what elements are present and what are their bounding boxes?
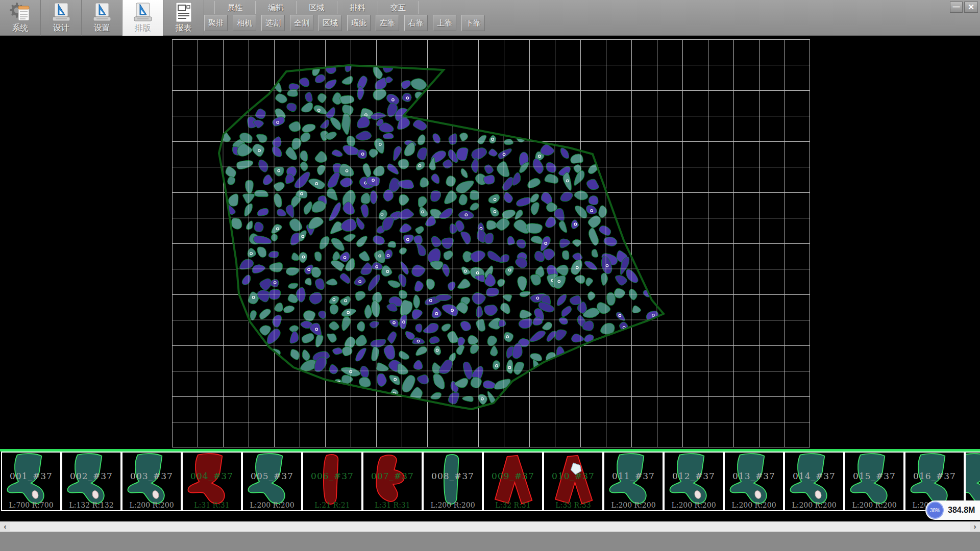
tool-button-全割[interactable]: 全割 — [290, 15, 313, 31]
tool-button-选割[interactable]: 选割 — [261, 15, 285, 31]
thumbnail-id-label: 001_#37 — [2, 471, 60, 481]
menu-bar: 属性编辑区域排料交互 — [214, 1, 419, 14]
app-tab-系统[interactable]: 系统 — [0, 0, 41, 36]
thumbnail-lr-label: L:21 R:21 — [303, 501, 361, 509]
report-doc-icon — [174, 2, 194, 23]
app-tab-label: 系统 — [12, 23, 29, 33]
thumbnail-lr-label: L:700 R:700 — [2, 501, 60, 509]
thumbnail-lr-label: L:31 R:31 — [183, 501, 241, 509]
thumbnail-lr-label: L:200 R:200 — [243, 501, 301, 509]
memory-value: 384.8M — [948, 500, 975, 520]
nesting-canvas[interactable] — [0, 36, 980, 449]
gear-notebook-icon — [9, 2, 32, 23]
thumbnail-cell-010_#37[interactable]: 010_#37L:33 R:33 — [543, 452, 603, 511]
app-tab-排版[interactable]: 排版 — [122, 0, 163, 36]
thumbnail-id-label: 008_#37 — [424, 471, 482, 481]
horizontal-scrollbar[interactable]: ‹ › — [0, 521, 980, 531]
thumbnail-lr-label: L:31 R:31 — [363, 501, 422, 509]
thumbnail-id-label: 016_#37 — [905, 471, 964, 481]
thumbnail-id-label: 014_#37 — [785, 471, 843, 481]
tool-button-右靠[interactable]: 右靠 — [404, 15, 428, 31]
thumbnail-cell-012_#37[interactable]: 012_#37L:200 R:200 — [664, 452, 724, 511]
menu-交互[interactable]: 交互 — [378, 1, 419, 14]
menu-区域[interactable]: 区域 — [296, 1, 337, 14]
thumbnail-lr-label: L:32 R:31 — [484, 501, 542, 509]
thumbnail-lr-label: L:200 R:200 — [424, 501, 482, 509]
thumbnail-strip: 001_#37L:700 R:700002_#37L:132 R:132003_… — [0, 452, 980, 511]
scroll-right-arrow[interactable]: › — [970, 522, 980, 531]
scroll-left-arrow[interactable]: ‹ — [0, 522, 10, 531]
thumbnail-lr-label: L:33 R:33 — [544, 501, 602, 509]
progress-circle: 38% — [926, 502, 944, 519]
ruler-laptop-icon — [91, 2, 113, 23]
thumbnail-id-label: 003_#37 — [122, 471, 181, 481]
thumbnail-lr-label: L:200 R:200 — [725, 501, 783, 509]
thumbnail-cell-007_#37[interactable]: 007_#37L:31 R:31 — [362, 452, 423, 511]
tool-button-区域[interactable]: 区域 — [318, 15, 342, 31]
thumbnail-id-label: 007_#37 — [363, 471, 422, 481]
thumbnail-id-label: 005_#37 — [243, 471, 301, 481]
ruler-laptop-icon — [51, 2, 72, 23]
app-tab-label: 报表 — [176, 23, 192, 33]
tool-button-下靠[interactable]: 下靠 — [461, 15, 485, 31]
menu-编辑[interactable]: 编辑 — [255, 1, 296, 14]
app-tab-报表[interactable]: 报表 — [163, 0, 204, 36]
app-tab-设计[interactable]: 设计 — [41, 0, 82, 36]
tool-button-相机[interactable]: 相机 — [233, 15, 256, 31]
top-toolbar: 系统设计设置排版报表 属性编辑区域排料交互 聚排相机选割全割区域瑕疵左靠右靠上靠… — [0, 0, 980, 36]
thumbnail-cell-004_#37[interactable]: 004_#37L:31 R:31 — [182, 452, 242, 511]
app-tab-设置[interactable]: 设置 — [82, 0, 122, 36]
thumbnail-id-label: 002_#37 — [62, 471, 120, 481]
tool-button-上靠[interactable]: 上靠 — [433, 15, 456, 31]
thumbnail-cell-008_#37[interactable]: 008_#37L:200 R:200 — [423, 452, 483, 511]
thumbnail-id-label: 015_#37 — [845, 471, 903, 481]
tool-button-瑕疵[interactable]: 瑕疵 — [347, 15, 371, 31]
status-bar — [0, 531, 980, 551]
thumbnail-lr-label: L:200 R:200 — [785, 501, 843, 509]
nesting-svg — [0, 36, 980, 449]
close-button[interactable]: ✕ — [964, 2, 978, 13]
thumbnail-id-label: 004_#37 — [183, 471, 241, 481]
thumbnail-lr-label: L:200 R:200 — [665, 501, 723, 509]
thumbnail-cell-014_#37[interactable]: 014_#37L:200 R:200 — [784, 452, 844, 511]
thumbnail-id-label: 013_#37 — [725, 471, 783, 481]
app-tab-label: 设计 — [53, 23, 69, 33]
thumbnail-lr-label: L:200 R:200 — [122, 501, 181, 509]
thumbnail-cell-003_#37[interactable]: 003_#37L:200 R:200 — [121, 452, 182, 511]
thumbnail-id-label: 006_#37 — [303, 471, 361, 481]
thumbnail-lr-label: L:200 R:200 — [604, 501, 663, 509]
thumbnail-cell-011_#37[interactable]: 011_#37L:200 R:200 — [603, 452, 664, 511]
thumbnail-cell-015_#37[interactable]: 015_#37L:200 R:200 — [844, 452, 904, 511]
thumbnail-id-label: 010_#37 — [544, 471, 602, 481]
ruler-laptop-icon — [132, 2, 154, 23]
menu-属性[interactable]: 属性 — [214, 1, 255, 14]
tool-button-聚排[interactable]: 聚排 — [204, 15, 228, 31]
menu-排料[interactable]: 排料 — [337, 1, 378, 14]
thumbnail-cell-001_#37[interactable]: 001_#37L:700 R:700 — [1, 452, 61, 511]
app-tab-strip: 系统设计设置排版报表 — [0, 0, 204, 36]
thumbnail-lr-label: L:200 R:200 — [845, 501, 903, 509]
thumbnail-cell-006_#37[interactable]: 006_#37L:21 R:21 — [302, 452, 362, 511]
minimize-button[interactable]: — — [950, 2, 963, 13]
thumbnail-id-label: 009_#37 — [484, 471, 542, 481]
thumbnail-cell-002_#37[interactable]: 002_#37L:132 R:132 — [61, 452, 121, 511]
tool-button-左靠[interactable]: 左靠 — [376, 15, 399, 31]
tool-bar: 聚排相机选割全割区域瑕疵左靠右靠上靠下靠 — [204, 15, 485, 31]
app-tab-label: 设置 — [94, 23, 110, 33]
thumbnail-cell-009_#37[interactable]: 009_#37L:32 R:31 — [483, 452, 543, 511]
memory-badge: 38% 384.8M — [925, 500, 980, 520]
thumbnail-id-label: 012_#37 — [665, 471, 723, 481]
thumbnail-cell-005_#37[interactable]: 005_#37L:200 R:200 — [242, 452, 302, 511]
thumbnail-cell-013_#37[interactable]: 013_#37L:200 R:200 — [724, 452, 784, 511]
app-tab-label: 排版 — [135, 23, 151, 33]
thumbnail-id-label: 011_#37 — [604, 471, 663, 481]
thumbnail-lr-label: L:132 R:132 — [62, 501, 120, 509]
